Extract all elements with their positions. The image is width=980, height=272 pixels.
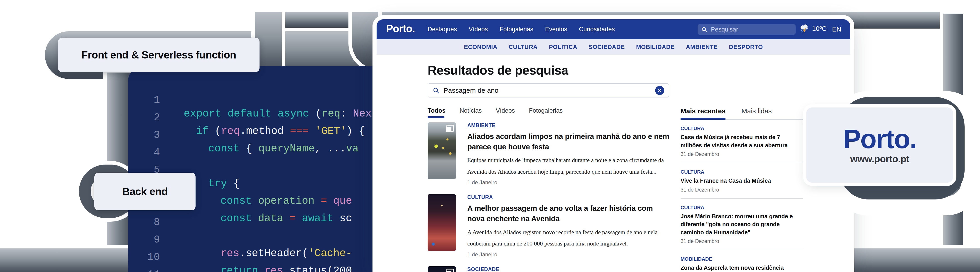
sidebar-article-date: 31 de Dezembro [681, 238, 803, 244]
close-icon [657, 88, 662, 93]
diagram-canvas: 1 export default async (req: Nex 2 if (r… [0, 0, 980, 272]
sidebar-tab[interactable]: Mais recentes [681, 107, 725, 119]
article-thumbnail [428, 266, 456, 272]
result-tab[interactable]: Vídeos [496, 107, 515, 118]
sidebar-article[interactable]: CULTURA José Mário Branco: morreu uma gr… [681, 199, 803, 250]
weather-widget: 10ºC [799, 24, 827, 33]
article-text: SOCIEDADE Reviva na galeria de fotos e n… [467, 266, 671, 272]
code-line: 9 res.setHeader('Cache- [128, 220, 387, 233]
sidebar-article-title: José Mário Branco: morreu uma grande e d… [681, 212, 803, 237]
browser-window: Porto. DestaquesVídeosFotogaleriasEvento… [377, 19, 850, 272]
article-text: AMBIENTE Aliados acordam limpos na prime… [467, 122, 673, 186]
line-number: 11 [128, 268, 160, 272]
article-excerpt: A Avenida dos Aliados registou novo reco… [467, 227, 673, 250]
code-editor-panel: 1 export default async (req: Nex 2 if (r… [128, 66, 387, 272]
sidebar-tab[interactable]: Mais lidas [741, 107, 772, 119]
code-line: 4 [128, 132, 387, 146]
temperature-label: 10ºC [812, 25, 827, 32]
header-menu-item[interactable]: Fotogalerias [500, 26, 533, 33]
sidebar-article-category: CULTURA [681, 205, 803, 210]
header-search-input[interactable] [711, 26, 792, 33]
code-line: 11 } catch (error) { [128, 254, 387, 268]
article-thumbnail [428, 194, 456, 251]
sidebar-article-title: Zona da Asperela tem nova residência uni… [681, 264, 803, 272]
tube-left-connector [107, 73, 131, 251]
storm-cloud-icon [799, 24, 810, 33]
porto-promo-card: Porto. www.porto.pt [806, 108, 953, 183]
article-excerpt: Equipas municipais de limpeza trabalhara… [467, 155, 673, 177]
nav-item-política[interactable]: POLÍTICA [549, 44, 577, 51]
sidebar-article-date: 31 de Dezembro [681, 187, 803, 193]
sidebar-article-title: Casa da Música já recebeu mais de 7 milh… [681, 133, 803, 149]
code-line: 10 return res.status(200 [128, 237, 387, 250]
sidebar-article-date: 31 de Dezembro [681, 151, 803, 157]
article-result[interactable]: AMBIENTE Aliados acordam limpos na prime… [428, 122, 673, 186]
sidebar-article-category: CULTURA [681, 126, 803, 131]
article-category: CULTURA [467, 194, 673, 200]
header-menu: DestaquesVídeosFotogaleriasEventosCurios… [428, 19, 615, 39]
article-result[interactable]: CULTURA A melhor passagem de ano volta a… [428, 194, 673, 258]
header-search[interactable] [698, 24, 795, 35]
page-title: Resultados de pesquisa [428, 63, 568, 77]
sidebar-tabs: Mais recentesMais lidas [681, 107, 803, 120]
header-menu-item[interactable]: Destaques [428, 26, 457, 33]
code-line: 2 if (req.method === 'GET') { [128, 97, 387, 111]
code-line: 5 try { [128, 150, 387, 163]
sidebar-items: CULTURA Casa da Música já recebeu mais d… [681, 120, 803, 272]
result-tabs: TodosNotíciasVídeosFotogalerias [428, 107, 563, 118]
sidebar-article[interactable]: MOBILIDADE Zona da Asperela tem nova res… [681, 250, 803, 272]
header-menu-item[interactable]: Curiosidades [579, 26, 615, 33]
nav-item-sociedade[interactable]: SOCIEDADE [589, 44, 625, 51]
article-title: Aliados acordam limpos na primeira manhã… [467, 131, 671, 152]
nav-item-cultura[interactable]: CULTURA [509, 44, 538, 51]
nav-item-mobilidade[interactable]: MOBILIDADE [636, 44, 675, 51]
article-text: CULTURA A melhor passagem de ano volta a… [467, 194, 673, 258]
result-tab[interactable]: Todos [428, 107, 445, 118]
search-icon [433, 87, 439, 94]
search-icon [701, 26, 707, 33]
nav-item-ambiente[interactable]: AMBIENTE [686, 44, 718, 51]
language-switch[interactable]: EN [832, 25, 841, 33]
nav-item-economia[interactable]: ECONOMIA [464, 44, 497, 51]
sidebar: Mais recentesMais lidas CULTURA Casa da … [681, 107, 803, 272]
code-line: 3 const { queryName, ...va [128, 115, 387, 128]
article-category: AMBIENTE [467, 122, 673, 128]
sidebar-article-title: Vive la France na Casa da Música [681, 177, 803, 185]
sidebar-article[interactable]: CULTURA Casa da Música já recebeu mais d… [681, 120, 803, 163]
porto-logo: Porto. [843, 126, 916, 152]
sidebar-article-category: MOBILIDADE [681, 256, 803, 262]
article-category: SOCIEDADE [467, 266, 671, 272]
code-line: 1 export default async (req: Nex [128, 80, 387, 93]
result-tab[interactable]: Notícias [460, 107, 482, 118]
porto-url: www.porto.pt [850, 154, 910, 164]
gallery-icon [446, 269, 454, 272]
nav-item-desporto[interactable]: DESPORTO [729, 44, 763, 51]
article-date: 1 de Janeiro [467, 251, 673, 258]
result-tab[interactable]: Fotogalerias [529, 107, 563, 118]
article-thumbnail [428, 122, 456, 179]
article-title: A melhor passagem de ano volta a fazer h… [467, 203, 671, 224]
sidebar-article-category: CULTURA [681, 169, 803, 175]
article-date: 1 de Janeiro [467, 179, 673, 186]
results-search-box[interactable] [428, 84, 669, 98]
category-nav: ECONOMIACULTURAPOLÍTICASOCIEDADEMOBILIDA… [377, 39, 850, 55]
header-menu-item[interactable]: Vídeos [469, 26, 488, 33]
results-search-input[interactable] [443, 86, 652, 95]
site-header: Porto. DestaquesVídeosFotogaleriasEvento… [377, 19, 850, 39]
frontend-label: Front end & Serverless function [58, 38, 259, 72]
clear-search-button[interactable] [655, 86, 664, 95]
header-menu-item[interactable]: Eventos [545, 26, 567, 33]
site-logo[interactable]: Porto. [386, 22, 415, 35]
backend-label: Back end [94, 173, 196, 210]
sidebar-article[interactable]: CULTURA Vive la France na Casa da Música… [681, 163, 803, 199]
results-list: AMBIENTE Aliados acordam limpos na prime… [428, 122, 673, 272]
gallery-icon [446, 125, 454, 132]
article-result[interactable]: SOCIEDADE Reviva na galeria de fotos e n… [428, 266, 673, 272]
